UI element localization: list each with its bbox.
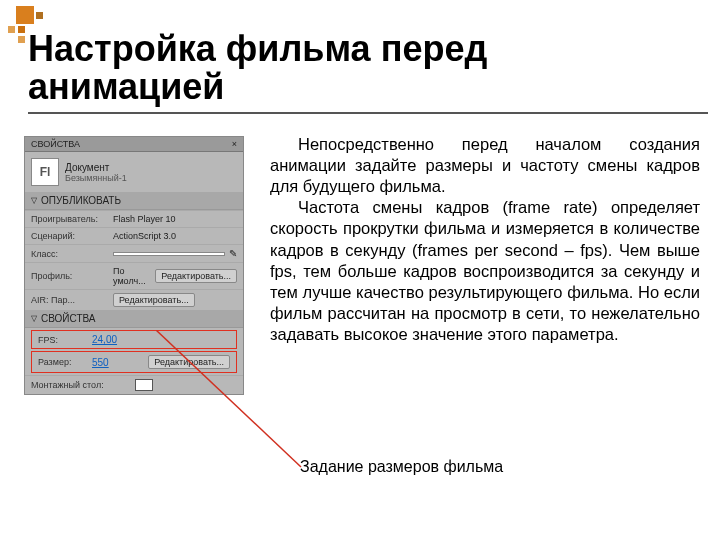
class-input[interactable] bbox=[113, 252, 225, 256]
pencil-icon[interactable]: ✎ bbox=[229, 248, 237, 259]
chevron-down-icon: ▽ bbox=[31, 196, 37, 205]
air-label: AIR: Пар... bbox=[31, 295, 109, 305]
profile-value: По умолч... bbox=[113, 266, 151, 286]
figure-caption: Задание размеров фильма bbox=[300, 458, 503, 476]
section-properties[interactable]: ▽ СВОЙСТВА bbox=[25, 310, 243, 328]
flash-document-icon: Fl bbox=[31, 158, 59, 186]
size-row: Размер: 550 Редактировать... bbox=[31, 351, 237, 373]
fps-label: FPS: bbox=[38, 335, 88, 345]
title-line-2: анимацией bbox=[28, 66, 225, 107]
paragraph-1: Непосредственно перед началом создания а… bbox=[270, 134, 700, 197]
player-row: Проигрыватель: Flash Player 10 bbox=[25, 210, 243, 227]
document-row: Fl Документ Безымянный-1 bbox=[25, 152, 243, 192]
edit-air-button[interactable]: Редактировать... bbox=[113, 293, 195, 307]
document-label: Документ bbox=[65, 162, 127, 173]
tab-properties[interactable]: СВОЙСТВА bbox=[31, 139, 80, 149]
title-line-1: Настройка фильма перед bbox=[28, 28, 487, 69]
paragraph-2: Частота смены кадров (frame rate) опреде… bbox=[270, 197, 700, 345]
script-value: ActionScript 3.0 bbox=[113, 231, 176, 241]
stage-row: Монтажный стол: bbox=[25, 375, 243, 394]
edit-size-button[interactable]: Редактировать... bbox=[148, 355, 230, 369]
section-publish-label: ОПУБЛИКОВАТЬ bbox=[41, 195, 121, 206]
properties-panel: СВОЙСТВА × Fl Документ Безымянный-1 ▽ ОП… bbox=[24, 136, 244, 395]
class-row: Класс: ✎ bbox=[25, 244, 243, 262]
section-properties-label: СВОЙСТВА bbox=[41, 313, 96, 324]
player-value: Flash Player 10 bbox=[113, 214, 176, 224]
size-label: Размер: bbox=[38, 357, 88, 367]
close-icon[interactable]: × bbox=[232, 139, 237, 149]
stage-color-swatch[interactable] bbox=[135, 379, 153, 391]
page-title: Настройка фильма перед анимацией bbox=[28, 30, 708, 114]
profile-row: Профиль: По умолч... Редактировать... bbox=[25, 262, 243, 289]
body-text: Непосредственно перед началом создания а… bbox=[270, 134, 700, 345]
document-name: Безымянный-1 bbox=[65, 173, 127, 183]
script-row: Сценарий: ActionScript 3.0 bbox=[25, 227, 243, 244]
fps-row: FPS: 24,00 bbox=[31, 330, 237, 349]
profile-label: Профиль: bbox=[31, 271, 109, 281]
air-row: AIR: Пар... Редактировать... bbox=[25, 289, 243, 310]
player-label: Проигрыватель: bbox=[31, 214, 109, 224]
chevron-down-icon: ▽ bbox=[31, 314, 37, 323]
fps-value[interactable]: 24,00 bbox=[92, 334, 117, 345]
size-value[interactable]: 550 bbox=[92, 357, 144, 368]
panel-tab-bar: СВОЙСТВА × bbox=[25, 137, 243, 152]
edit-profile-button[interactable]: Редактировать... bbox=[155, 269, 237, 283]
section-publish[interactable]: ▽ ОПУБЛИКОВАТЬ bbox=[25, 192, 243, 210]
stage-label: Монтажный стол: bbox=[31, 380, 131, 390]
class-label: Класс: bbox=[31, 249, 109, 259]
script-label: Сценарий: bbox=[31, 231, 109, 241]
